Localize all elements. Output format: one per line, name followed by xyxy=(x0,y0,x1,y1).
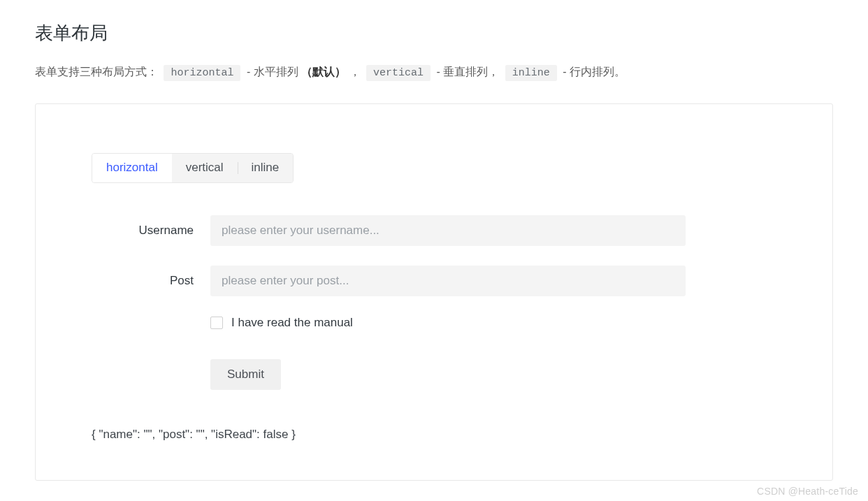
default-marker: （默认） xyxy=(301,66,346,78)
label-post: Post xyxy=(92,274,210,288)
radio-vertical[interactable]: vertical xyxy=(172,154,238,182)
radio-horizontal[interactable]: horizontal xyxy=(92,154,172,182)
row-post: Post xyxy=(92,266,776,296)
layout-radio-group: horizontal vertical inline xyxy=(92,153,294,183)
input-post[interactable] xyxy=(210,266,686,296)
code-inline: inline xyxy=(505,65,557,81)
checkbox-label: I have read the manual xyxy=(231,316,353,330)
checkbox-box-icon xyxy=(210,317,223,329)
label-username: Username xyxy=(92,224,210,238)
code-vertical: vertical xyxy=(366,65,431,81)
radio-inline[interactable]: inline xyxy=(238,154,294,182)
demo-container: horizontal vertical inline Username Post… xyxy=(35,103,833,481)
intro-text: 表单支持三种布局方式： horizontal - 水平排列 （默认） ， ver… xyxy=(35,62,833,82)
intro-prefix: 表单支持三种布局方式： xyxy=(35,66,158,78)
code-horizontal: horizontal xyxy=(164,65,240,81)
row-submit: Submit xyxy=(92,349,776,390)
submit-button[interactable]: Submit xyxy=(210,359,281,390)
input-username[interactable] xyxy=(210,215,686,246)
row-isread: I have read the manual xyxy=(92,316,776,330)
row-username: Username xyxy=(92,215,776,246)
section-title: 表单布局 xyxy=(35,21,833,45)
watermark: CSDN @Heath-ceTide xyxy=(757,486,858,497)
state-dump: { "name": "", "post": "", "isRead": fals… xyxy=(92,428,776,442)
checkbox-isread[interactable]: I have read the manual xyxy=(210,316,776,330)
